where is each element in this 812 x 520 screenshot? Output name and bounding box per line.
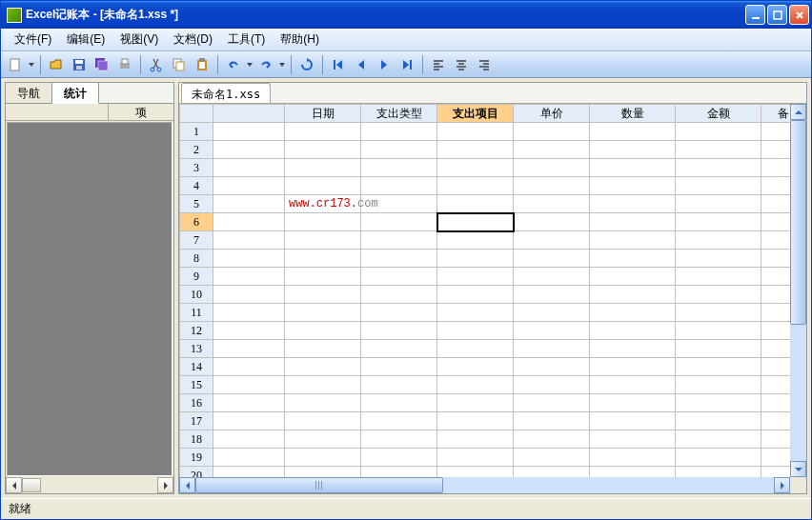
cell[interactable] (514, 467, 590, 478)
cell[interactable] (761, 412, 791, 430)
cell[interactable] (285, 159, 361, 177)
cell[interactable] (761, 123, 791, 141)
side-scroll-thumb[interactable] (22, 478, 41, 492)
corner-cell[interactable] (180, 105, 213, 123)
spreadsheet[interactable]: 日期支出类型支出项目单价数量金额备12345www.cr173.com67891… (179, 104, 790, 477)
align-right-button[interactable] (474, 54, 495, 75)
cell[interactable] (676, 394, 761, 412)
cell[interactable] (761, 322, 791, 340)
cell[interactable] (514, 394, 590, 412)
cell[interactable] (437, 376, 514, 394)
cell[interactable] (437, 430, 514, 449)
cell[interactable] (437, 195, 514, 213)
cell[interactable] (285, 286, 361, 304)
menu-edit[interactable]: 编辑(E) (59, 30, 112, 50)
cell[interactable] (285, 376, 361, 394)
cell[interactable] (213, 304, 285, 322)
titlebar[interactable]: Excel记账本 - [未命名1.xss *] (1, 1, 811, 29)
cell[interactable] (285, 123, 361, 141)
row-header[interactable]: 12 (180, 322, 213, 340)
cell[interactable] (514, 376, 590, 394)
col-header-b[interactable]: 日期 (285, 105, 361, 123)
cell[interactable] (514, 358, 590, 376)
cell[interactable] (361, 286, 437, 304)
cell[interactable] (761, 250, 791, 268)
cell[interactable] (437, 159, 514, 177)
cell[interactable] (676, 177, 761, 195)
cell[interactable] (213, 412, 285, 430)
cell[interactable] (285, 340, 361, 358)
col-header-h[interactable]: 备 (761, 105, 791, 123)
cell[interactable] (437, 304, 514, 322)
cell[interactable] (285, 430, 361, 449)
cell[interactable] (361, 268, 437, 286)
cell[interactable] (590, 195, 676, 213)
redo-dropdown[interactable] (278, 63, 286, 67)
cell[interactable] (437, 322, 514, 340)
row-header[interactable]: 11 (180, 304, 213, 322)
cell[interactable] (590, 159, 676, 177)
align-left-button[interactable] (428, 54, 449, 75)
undo-button[interactable] (223, 54, 244, 75)
row-header[interactable]: 1 (180, 123, 213, 141)
row-header[interactable]: 18 (180, 430, 213, 449)
cell[interactable]: www.cr173.com (285, 195, 361, 213)
cell[interactable] (285, 213, 361, 231)
menu-tool[interactable]: 工具(T) (220, 30, 273, 50)
cell[interactable] (437, 231, 514, 250)
cell[interactable] (761, 159, 791, 177)
cell[interactable] (761, 304, 791, 322)
cell[interactable] (590, 322, 676, 340)
saveall-button[interactable] (91, 54, 112, 75)
cell[interactable] (590, 358, 676, 376)
cell[interactable] (285, 412, 361, 430)
row-header[interactable]: 7 (180, 231, 213, 250)
cell[interactable] (761, 177, 791, 195)
row-header[interactable]: 14 (180, 358, 213, 376)
side-scroll-right[interactable] (157, 477, 173, 493)
undo-dropdown[interactable] (246, 63, 254, 67)
cell[interactable] (514, 159, 590, 177)
menu-view[interactable]: 视图(V) (112, 30, 166, 50)
cell[interactable] (285, 322, 361, 340)
cell[interactable] (361, 159, 437, 177)
cell[interactable] (590, 268, 676, 286)
cell[interactable] (213, 250, 285, 268)
cell[interactable] (361, 231, 437, 250)
cell[interactable] (761, 376, 791, 394)
cell[interactable] (213, 358, 285, 376)
cell[interactable] (285, 358, 361, 376)
open-button[interactable] (46, 54, 67, 75)
row-header[interactable]: 19 (180, 449, 213, 467)
cell[interactable] (761, 467, 791, 478)
cell[interactable] (361, 340, 437, 358)
cell[interactable] (514, 123, 590, 141)
cell[interactable] (361, 430, 437, 449)
col-header-c[interactable]: 支出类型 (361, 105, 437, 123)
row-header[interactable]: 15 (180, 376, 213, 394)
cell[interactable] (676, 430, 761, 449)
cell[interactable] (361, 376, 437, 394)
cell[interactable] (437, 213, 514, 231)
cell[interactable] (213, 123, 285, 141)
cell[interactable] (213, 213, 285, 231)
cell[interactable] (590, 467, 676, 478)
last-button[interactable] (396, 54, 417, 75)
close-button[interactable] (789, 5, 809, 25)
cell[interactable] (285, 250, 361, 268)
cell[interactable] (361, 141, 437, 159)
cell[interactable] (761, 231, 791, 250)
col-header-f[interactable]: 数量 (590, 105, 676, 123)
cell[interactable] (437, 123, 514, 141)
side-content[interactable] (7, 122, 173, 476)
cell[interactable] (285, 141, 361, 159)
new-dropdown[interactable] (28, 63, 35, 67)
cell[interactable] (213, 286, 285, 304)
col-header-e[interactable]: 单价 (514, 105, 590, 123)
cell[interactable] (361, 250, 437, 268)
cell[interactable] (514, 141, 590, 159)
hscroll-right[interactable] (774, 477, 790, 493)
vscroll[interactable] (790, 104, 806, 477)
vscroll-down[interactable] (790, 461, 806, 477)
cell[interactable] (285, 177, 361, 195)
